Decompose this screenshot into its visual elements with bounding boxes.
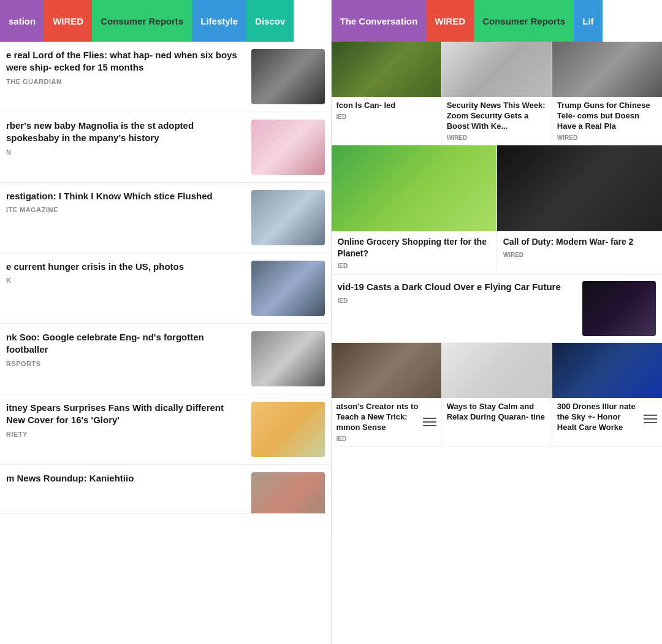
tab-lifestyle-right[interactable]: Lif — [574, 0, 602, 42]
list-item[interactable]: m News Roundup: Kaniehtiio — [0, 465, 331, 514]
hamburger-menu-icon[interactable] — [423, 418, 436, 426]
article-thumbnail — [332, 343, 441, 398]
right-tab-bar: The Conversation WIRED Consumer Reports … — [332, 0, 663, 42]
article-thumbnail — [332, 145, 496, 231]
list-item[interactable]: atson's Creator nts to Teach a New Trick… — [332, 343, 442, 446]
left-panel: sation WIRED Consumer Reports Lifestyle … — [0, 0, 331, 644]
list-item[interactable]: itney Spears Surprises Fans With dically… — [0, 394, 331, 465]
list-item[interactable]: Call of Duty: Modern War- fare 2 WIRED — [497, 145, 662, 275]
tab-consumer-reports-right[interactable]: Consumer Reports — [474, 0, 574, 42]
left-news-list: e real Lord of the Flies: what hap- ned … — [0, 42, 331, 644]
list-item[interactable]: 300 Drones Illur nate the Sky +- Honor H… — [552, 343, 662, 446]
list-item[interactable]: Trump Guns for Chinese Tele- coms but Do… — [552, 42, 662, 145]
article-thumbnail — [552, 42, 662, 97]
article-thumbnail — [552, 343, 662, 398]
article-thumbnail — [251, 472, 325, 514]
right-panel: The Conversation WIRED Consumer Reports … — [332, 0, 663, 644]
list-item[interactable]: Online Grocery Shopping tter for the Pla… — [332, 145, 497, 275]
list-item[interactable]: vid-19 Casts a Dark Cloud Over e Flying … — [332, 275, 663, 343]
tab-wired-left[interactable]: WIRED — [44, 0, 92, 42]
left-tab-bar: sation WIRED Consumer Reports Lifestyle … — [0, 0, 331, 42]
article-thumbnail — [251, 331, 325, 386]
article-thumbnail — [251, 49, 325, 104]
article-thumbnail — [251, 190, 325, 245]
tab-wired-right[interactable]: WIRED — [426, 0, 474, 42]
article-thumbnail — [497, 145, 662, 231]
tab-discover-left[interactable]: Discov — [246, 0, 294, 42]
list-item[interactable]: e current hunger crisis in the US, photo… — [0, 253, 331, 324]
right-news-list: fcon Is Can- led IED Security News This … — [332, 42, 663, 644]
list-item[interactable]: Ways to Stay Calm and Relax During Quara… — [442, 343, 552, 446]
list-item[interactable]: fcon Is Can- led IED — [332, 42, 442, 145]
top-three-col-row: fcon Is Can- led IED Security News This … — [332, 42, 663, 145]
tab-conversation-left[interactable]: sation — [0, 0, 44, 42]
tab-lifestyle-left[interactable]: Lifestyle — [192, 0, 246, 42]
article-thumbnail — [442, 343, 552, 398]
middle-two-col-row: Online Grocery Shopping tter for the Pla… — [332, 145, 663, 275]
article-thumbnail — [582, 281, 656, 336]
article-thumbnail — [251, 261, 325, 316]
list-item[interactable]: rber's new baby Magnolia is the st adopt… — [0, 112, 331, 183]
list-item[interactable]: Security News This Week: Zoom Security G… — [442, 42, 552, 145]
tab-the-conversation-right[interactable]: The Conversation — [332, 0, 427, 42]
list-item[interactable]: restigation: I Think I Know Which stice … — [0, 183, 331, 253]
bottom-three-col-row: atson's Creator nts to Teach a New Trick… — [332, 343, 663, 447]
tab-consumer-reports-left[interactable]: Consumer Reports — [92, 0, 192, 42]
list-item[interactable]: nk Soo: Google celebrate Eng- nd's forgo… — [0, 324, 331, 394]
list-item[interactable]: e real Lord of the Flies: what hap- ned … — [0, 42, 331, 112]
article-thumbnail — [251, 402, 325, 457]
article-thumbnail — [442, 42, 552, 97]
article-thumbnail — [332, 42, 441, 97]
article-thumbnail — [251, 120, 325, 175]
hamburger-menu-icon[interactable] — [644, 415, 657, 423]
